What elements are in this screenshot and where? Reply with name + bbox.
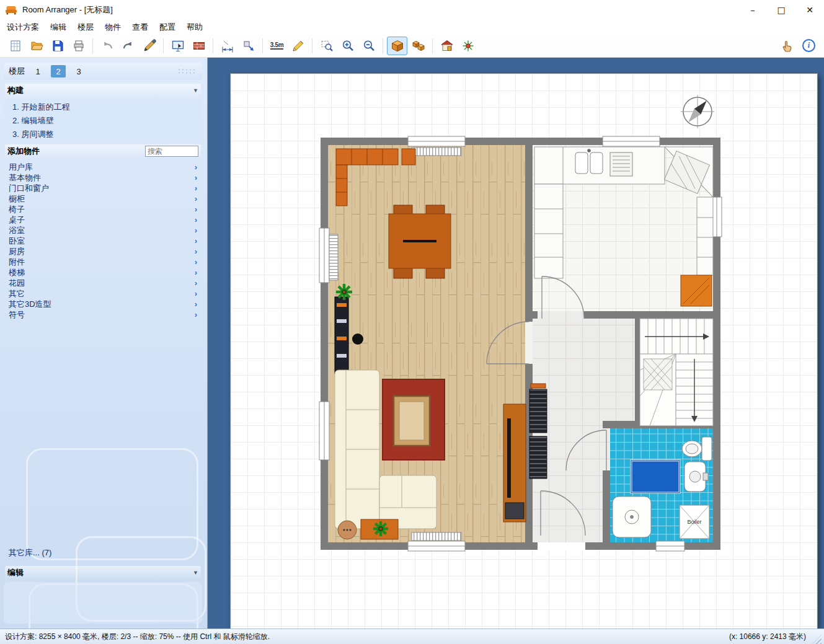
info-button[interactable]: i	[799, 37, 819, 55]
dimensions-button[interactable]	[217, 37, 237, 55]
menu-design[interactable]: 设计方案	[1, 20, 45, 34]
object-transform-button[interactable]	[238, 37, 259, 55]
shower[interactable]	[613, 496, 651, 537]
edit-section-header[interactable]: 编辑 ▼	[5, 566, 201, 580]
collapse-arrow-icon[interactable]: ▼	[193, 570, 198, 576]
floor-tab-2[interactable]: 2	[51, 65, 66, 77]
floor-tab-1[interactable]: 1	[30, 65, 45, 77]
other-libraries-link[interactable]: 其它库... (7)	[9, 547, 51, 558]
step-adjust-rooms[interactable]: 3. 房间调整	[4, 128, 202, 141]
step-new-project[interactable]: 1. 开始新的工程	[4, 100, 202, 114]
category-symbols[interactable]: 符号›	[4, 309, 202, 320]
coffee-table[interactable]	[394, 396, 430, 446]
undo-button[interactable]	[97, 37, 117, 55]
chevron-right-icon: ›	[195, 247, 197, 255]
open-project-button[interactable]	[26, 37, 47, 55]
toolbar-separator	[432, 38, 433, 53]
app-window: Room Arranger - [无标题] – □ ✕ 设计方案 编辑 楼层 物…	[0, 0, 824, 644]
redo-button[interactable]	[118, 37, 138, 55]
hall-shelves[interactable]	[529, 384, 547, 479]
menu-help[interactable]: 帮助	[181, 20, 208, 34]
toolbar-separator	[312, 38, 312, 53]
chevron-right-icon: ›	[195, 174, 197, 182]
chevron-right-icon: ›	[195, 184, 197, 192]
category-doors-windows[interactable]: 门口和窗户›	[4, 183, 202, 193]
plan-paper[interactable]: Boiler	[230, 73, 818, 629]
app-logo-icon	[5, 5, 17, 15]
menu-object[interactable]: 物件	[99, 20, 126, 34]
maximize-button[interactable]: □	[767, 0, 795, 20]
paint-brush-icon	[143, 39, 156, 53]
plant[interactable]	[373, 521, 388, 536]
category-cabinets[interactable]: 橱柜›	[4, 193, 202, 204]
design-properties-button[interactable]	[167, 37, 188, 55]
category-bedroom[interactable]: 卧室›	[4, 236, 202, 246]
toolbar-separator	[213, 38, 213, 53]
collapse-arrow-icon[interactable]: ▼	[193, 87, 198, 94]
staircase[interactable]	[640, 319, 713, 426]
category-user-library[interactable]: 用户库›	[4, 162, 202, 172]
resize-grip[interactable]	[812, 635, 822, 644]
view-3d-button[interactable]	[387, 37, 407, 55]
bath-sink[interactable]	[684, 462, 708, 492]
menu-config[interactable]: 配置	[154, 20, 181, 34]
category-bathroom[interactable]: 浴室›	[4, 225, 202, 236]
close-button[interactable]: ✕	[795, 0, 824, 20]
toolbar-separator	[262, 38, 263, 53]
stool[interactable]	[352, 333, 363, 345]
tape-measure-button[interactable]	[288, 37, 308, 55]
cube-3d-icon	[391, 39, 404, 53]
side-table[interactable]	[338, 521, 357, 539]
pan-hand-button[interactable]	[777, 37, 798, 55]
category-chairs[interactable]: 椅子›	[4, 204, 202, 214]
panel-grip[interactable]	[177, 68, 197, 75]
status-coordinates: (x: 10666 y: 2413 毫米)	[729, 632, 806, 642]
search-input[interactable]	[145, 146, 198, 157]
tv-stand[interactable]	[503, 404, 526, 522]
chevron-right-icon: ›	[195, 163, 197, 171]
kitchen-orange-unit[interactable]	[681, 275, 712, 306]
floor-tab-3[interactable]: 3	[71, 65, 86, 77]
category-kitchen[interactable]: 厨房›	[4, 246, 202, 257]
wardrobe[interactable]	[335, 297, 348, 374]
view-3d-objects-button[interactable]	[408, 37, 428, 55]
category-other[interactable]: 其它›	[4, 288, 202, 299]
sidebar: 楼层 1 2 3 构建 ▼ 1. 开始新的工程 2. 编辑墙壁 3. 房间调整 …	[0, 58, 208, 629]
measure-button[interactable]: 3.5m	[267, 37, 287, 55]
print-button[interactable]	[68, 37, 89, 55]
wall-tool-button[interactable]	[188, 37, 209, 55]
step-edit-walls[interactable]: 2. 编辑墙壁	[4, 114, 202, 128]
category-basic-objects[interactable]: 基本物件›	[4, 172, 202, 183]
bathtub[interactable]	[631, 461, 680, 493]
info-icon: i	[802, 39, 815, 52]
paint-style-button[interactable]	[139, 37, 159, 55]
svg-text:Boiler: Boiler	[687, 519, 701, 525]
category-stairs[interactable]: 楼梯›	[4, 267, 202, 278]
boiler[interactable]: Boiler	[680, 505, 709, 539]
view-3d-house-button[interactable]	[436, 37, 457, 55]
chevron-right-icon: ›	[195, 279, 197, 287]
menu-view[interactable]: 查看	[126, 20, 154, 34]
hand-pointer-icon	[781, 39, 795, 53]
toolbar-separator	[383, 38, 383, 53]
menu-edit[interactable]: 编辑	[45, 20, 72, 34]
save-button[interactable]	[47, 37, 68, 55]
build-section-header[interactable]: 构建 ▼	[5, 84, 201, 97]
new-document-button[interactable]	[5, 37, 25, 55]
category-other-3d[interactable]: 其它3D造型›	[4, 299, 202, 309]
walkthrough-button[interactable]	[458, 37, 478, 55]
dining-set[interactable]	[389, 205, 451, 278]
minimize-button[interactable]: –	[738, 0, 767, 20]
pencil-icon	[291, 39, 305, 53]
category-garden[interactable]: 花园›	[4, 278, 202, 288]
design-canvas[interactable]: Boiler	[208, 58, 824, 629]
floor-plan[interactable]: Boiler	[231, 74, 817, 629]
category-accessories[interactable]: 附件›	[4, 257, 202, 267]
zoom-in-button[interactable]	[337, 37, 358, 55]
zoom-out-button[interactable]	[358, 37, 379, 55]
stove[interactable]	[610, 152, 632, 176]
zoom-region-button[interactable]	[316, 37, 337, 55]
category-tables[interactable]: 桌子›	[4, 214, 202, 225]
menu-floor[interactable]: 楼层	[72, 20, 99, 34]
house-3d-icon	[440, 39, 454, 53]
